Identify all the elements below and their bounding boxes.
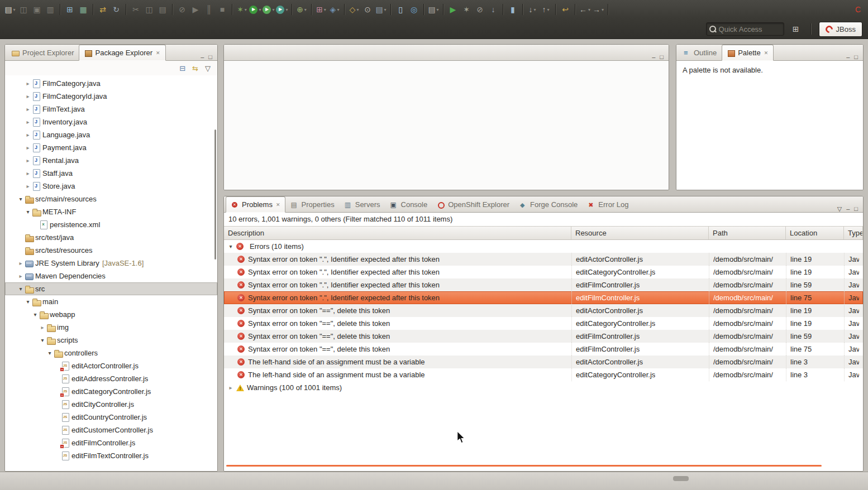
dropdown-caret-icon[interactable]: ▾ xyxy=(13,7,16,12)
close-icon[interactable]: ✕ xyxy=(156,50,160,56)
terminal-icon[interactable]: ▮ xyxy=(507,3,519,16)
next-annotation-icon[interactable]: ↓▾ xyxy=(526,3,538,16)
copy-icon[interactable]: ◫ xyxy=(143,3,155,16)
expand-arrow-icon[interactable]: ▸ xyxy=(227,385,235,391)
view-menu-icon[interactable]: ▽ xyxy=(205,65,211,72)
column-header-type[interactable]: Type xyxy=(844,227,863,239)
sync-icon[interactable]: ⇄ xyxy=(97,3,109,16)
debug-icon[interactable]: ✶▾ xyxy=(236,3,248,16)
column-header-location[interactable]: Location xyxy=(786,227,844,239)
tree-item-src-test-resources[interactable]: src/test/resources xyxy=(5,244,217,257)
import-fetch-icon[interactable]: ↓ xyxy=(487,3,499,16)
outline-tab-outline[interactable]: Outline xyxy=(678,45,722,60)
forward-icon[interactable]: →▾ xyxy=(592,3,604,16)
tree-item-inventory-java[interactable]: ▸Inventory.java xyxy=(5,116,217,128)
view-tab-servers[interactable]: Servers xyxy=(340,197,385,212)
run-on-server-icon[interactable]: ▶ xyxy=(447,3,459,16)
dropdown-caret-icon[interactable]: ▾ xyxy=(547,7,549,12)
expand-arrow-icon[interactable]: ▸ xyxy=(24,158,32,164)
view-menu-icon[interactable]: ▽ xyxy=(837,206,842,212)
tree-item-img[interactable]: ▸img xyxy=(5,321,217,334)
tree-item-editaddresscontroller-js[interactable]: editAddressController.js xyxy=(5,372,217,385)
expand-arrow-icon[interactable]: ▸ xyxy=(24,145,32,151)
new-web-project-icon[interactable]: ⊞▾ xyxy=(315,3,327,16)
minimize-icon[interactable]: – xyxy=(201,54,204,60)
collapse-arrow-icon[interactable]: ▾ xyxy=(24,299,32,305)
dropdown-caret-icon[interactable]: ▾ xyxy=(259,7,261,12)
view-tab-openshift-explorer[interactable]: OpenShift Explorer xyxy=(432,197,514,212)
browsersim-icon[interactable]: ▯ xyxy=(394,3,407,16)
tree-item-rental-java[interactable]: ▸Rental.java xyxy=(5,154,217,167)
profile-icon[interactable]: ▶▾ xyxy=(276,3,288,16)
web-browser-icon[interactable]: ◎ xyxy=(408,3,420,16)
open-perspective-icon[interactable]: ⊞ xyxy=(790,22,802,36)
expand-arrow-icon[interactable]: ▸ xyxy=(17,273,25,279)
open-type-icon[interactable]: ◇▾ xyxy=(348,3,360,16)
dropdown-caret-icon[interactable]: ▾ xyxy=(272,7,274,12)
close-icon[interactable]: ✕ xyxy=(764,50,769,56)
tree-item-maven-dependencies[interactable]: ▸Maven Dependencies xyxy=(5,270,217,282)
tree-item-editcountrycontroller-js[interactable]: editCountryController.js xyxy=(5,411,217,424)
save-icon[interactable]: ◫ xyxy=(17,3,30,16)
dropdown-caret-icon[interactable]: ▾ xyxy=(384,7,387,12)
problem-row[interactable]: Syntax error on token ".", Identifier ex… xyxy=(224,253,863,266)
expand-arrow-icon[interactable]: ▸ xyxy=(17,261,25,266)
tree-item-store-java[interactable]: ▸Store.java xyxy=(5,180,217,193)
outline-tab-palette[interactable]: Palette✕ xyxy=(722,45,774,61)
tree-item-editactorcontroller-js[interactable]: ✕editActorController.js xyxy=(5,359,217,372)
problem-row[interactable]: The left-hand side of an assignment must… xyxy=(224,368,863,381)
view-tab-console[interactable]: Console xyxy=(385,197,433,212)
collapse-arrow-icon[interactable]: ▾ xyxy=(24,209,32,215)
errors-group-row[interactable]: ▾Errors (10 items) xyxy=(224,240,863,253)
collapse-arrow-icon[interactable]: ▾ xyxy=(46,350,54,356)
publish-icon[interactable]: ↻ xyxy=(110,3,122,16)
dropdown-caret-icon[interactable]: ▾ xyxy=(602,7,604,12)
tree-item-editcitycontroller-js[interactable]: editCityController.js xyxy=(5,398,217,411)
problem-row[interactable]: Syntax error on token "==", delete this … xyxy=(224,330,863,343)
quick-access-box[interactable] xyxy=(706,22,784,36)
run-icon[interactable]: ▶▾ xyxy=(249,3,261,16)
tree-item-filmcategory-java[interactable]: ▸FilmCategory.java xyxy=(5,77,217,90)
expand-arrow-icon[interactable]: ▸ xyxy=(24,184,32,189)
tree-item-editfilmtextcontroller-js[interactable]: editFilmTextController.js xyxy=(5,449,217,462)
minimize-icon[interactable]: – xyxy=(846,54,850,60)
last-edit-location-icon[interactable]: ↩ xyxy=(559,3,571,16)
tree-item-editcategorycontroller-js[interactable]: ✕editCategoryController.js xyxy=(5,385,217,398)
javadoc-wizard-icon[interactable]: ▤▾ xyxy=(375,3,387,16)
expand-arrow-icon[interactable]: ▸ xyxy=(39,325,46,330)
tree-item-language-java[interactable]: ▸Language.java xyxy=(5,128,217,141)
maximize-icon[interactable]: □ xyxy=(854,54,858,60)
tree-item-webapp[interactable]: ▾webapp xyxy=(5,308,217,321)
minimize-icon[interactable]: – xyxy=(652,54,655,60)
prev-annotation-icon[interactable]: ↑▾ xyxy=(540,3,552,16)
quick-access-input[interactable] xyxy=(719,25,781,33)
collapse-arrow-icon[interactable]: ▾ xyxy=(17,196,25,202)
expand-arrow-icon[interactable]: ▸ xyxy=(24,132,32,138)
vertical-scrollbar[interactable] xyxy=(214,129,216,260)
expand-arrow-icon[interactable]: ▸ xyxy=(24,81,32,87)
dropdown-caret-icon[interactable]: ▾ xyxy=(285,7,288,12)
collapse-arrow-icon[interactable]: ▾ xyxy=(227,244,235,249)
problem-row[interactable]: Syntax error on token "==", delete this … xyxy=(224,304,863,317)
tree-item-filmcategoryid-java[interactable]: ▸FilmCategoryId.java xyxy=(5,90,217,103)
collapse-arrow-icon[interactable]: ▾ xyxy=(17,286,25,292)
expand-arrow-icon[interactable]: ▸ xyxy=(24,94,32,99)
tree-item-src-test-java[interactable]: src/test/java xyxy=(5,231,217,244)
tree-item-jre-system-library[interactable]: ▸JRE System Library[JavaSE-1.6] xyxy=(5,257,217,270)
close-icon[interactable]: ✕ xyxy=(276,202,280,208)
problem-row[interactable]: Syntax error on token "==", delete this … xyxy=(224,317,863,330)
problem-row[interactable]: Syntax error on token ".", Identifier ex… xyxy=(224,278,863,291)
tree-item-src-main-resources[interactable]: ▾src/main/resources xyxy=(5,193,217,205)
column-header-resource[interactable]: Resource xyxy=(571,227,709,239)
coverage-icon[interactable]: ⊕▾ xyxy=(295,3,308,16)
print-icon[interactable]: ▥ xyxy=(44,3,56,16)
column-header-path[interactable]: Path xyxy=(709,227,786,239)
tree-item-meta-inf[interactable]: ▾META-INF xyxy=(5,205,217,218)
dropdown-caret-icon[interactable]: ▾ xyxy=(356,7,359,12)
new-ee-component-icon[interactable]: ◈▾ xyxy=(328,3,341,16)
tree-item-payment-java[interactable]: ▸Payment.java xyxy=(5,141,217,154)
dropdown-caret-icon[interactable]: ▾ xyxy=(337,7,339,12)
expand-arrow-icon[interactable]: ▸ xyxy=(24,107,32,112)
jboss-perspective-button[interactable]: JBoss xyxy=(819,22,862,37)
new-server-icon[interactable]: ▦ xyxy=(77,3,89,16)
